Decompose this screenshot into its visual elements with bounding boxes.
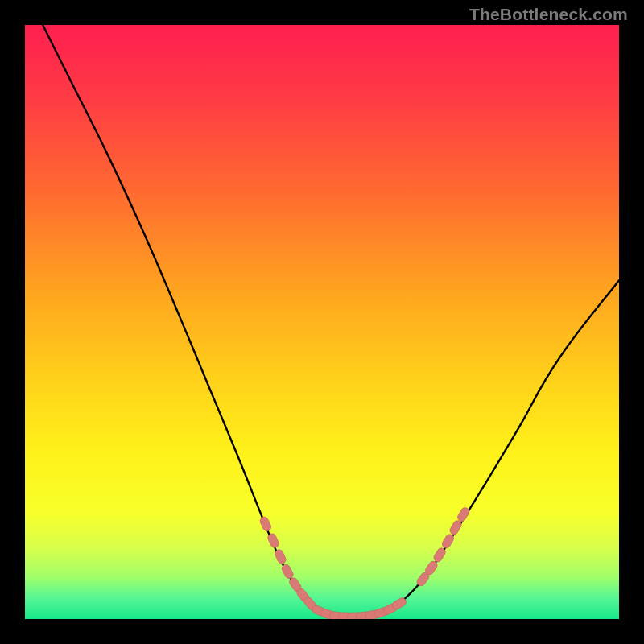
watermark-text: TheBottleneck.com [469,5,628,24]
chart-stage: TheBottleneck.com [0,0,644,644]
bottleneck-curve [43,25,619,617]
markers-bottom-cluster [311,597,407,619]
plot-area [25,25,619,619]
curve-layer [25,25,619,619]
curve-marker [259,516,273,533]
curve-marker [456,506,471,523]
markers-right-cluster [415,506,470,588]
markers-left-cluster [259,516,318,612]
